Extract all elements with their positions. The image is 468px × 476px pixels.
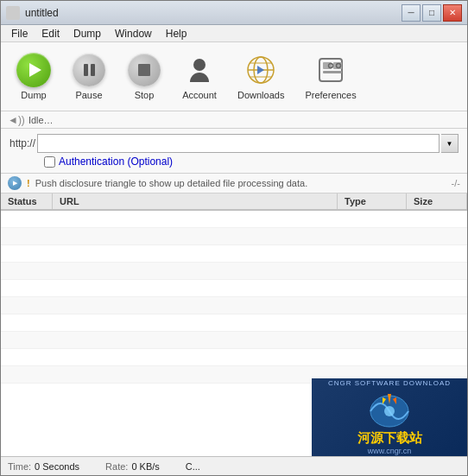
- url-area: http:// ▼ Authentication (Optional): [1, 129, 467, 174]
- info-row: ! Push disclosure triangle to show up de…: [1, 174, 467, 194]
- url-dropdown-button[interactable]: ▼: [441, 134, 459, 153]
- app-icon: [6, 6, 20, 20]
- preferences-svg: [314, 54, 347, 86]
- svg-point-16: [384, 406, 395, 416]
- watermark-line2: 河源下载站: [357, 430, 422, 447]
- window-title: untitled: [25, 7, 59, 19]
- table-row: [1, 245, 467, 263]
- person-head: [193, 59, 206, 71]
- speaker-icon: ◄)): [8, 114, 25, 126]
- dump-label: Dump: [21, 90, 46, 100]
- preferences-icon: [313, 53, 348, 87]
- info-right: -/-: [452, 178, 460, 188]
- account-label: Account: [182, 90, 217, 100]
- auth-checkbox[interactable]: [44, 156, 55, 168]
- stop-shape: [128, 54, 161, 86]
- bottom-status-bar: Time: 0 Seconds Rate: 0 KB/s C...: [1, 456, 467, 475]
- rate-label: Rate:: [105, 461, 128, 472]
- table-row: [1, 211, 467, 228]
- col-header-type: Type: [338, 194, 407, 209]
- title-bar: untitled ─ □ ✕: [1, 1, 467, 25]
- title-bar-left: untitled: [6, 6, 59, 20]
- menu-bar: File Edit Dump Window Help: [1, 25, 467, 42]
- menu-window[interactable]: Window: [108, 26, 159, 41]
- rate-segment: Rate: 0 KB/s: [105, 461, 160, 472]
- pause-button[interactable]: Pause: [65, 49, 113, 104]
- table-row: [1, 263, 467, 280]
- info-text: Push disclosure triangle to show up deta…: [35, 178, 446, 188]
- table-row: [1, 332, 467, 349]
- play-icon: [16, 53, 51, 87]
- downloads-icon: [243, 53, 278, 87]
- table-area: CNGR SOFTWARE DOWNLOAD 河源下载站 www.cngr.cn: [1, 211, 467, 456]
- table-row: [1, 314, 467, 332]
- col-header-status: Status: [1, 194, 53, 209]
- url-row: http:// ▼: [9, 134, 459, 153]
- preferences-label: Preferences: [305, 90, 356, 100]
- svg-rect-9: [323, 71, 342, 73]
- extra-value: C...: [186, 461, 200, 472]
- url-input[interactable]: [37, 134, 440, 153]
- downloads-svg: [243, 53, 278, 87]
- toolbar: Dump Pause Stop Account: [1, 42, 467, 111]
- warning-icon: !: [27, 178, 30, 188]
- watermark-line1: CNGR SOFTWARE DOWNLOAD: [328, 379, 451, 387]
- downloads-button[interactable]: Downloads: [231, 49, 291, 104]
- svg-rect-6: [319, 59, 342, 81]
- time-value: 0 Seconds: [35, 461, 79, 472]
- pause-shape: [73, 54, 105, 86]
- time-segment: Time: 0 Seconds: [8, 461, 79, 472]
- auth-row: Authentication (Optional): [9, 153, 459, 169]
- menu-edit[interactable]: Edit: [35, 26, 66, 41]
- pause-icon: [72, 53, 106, 87]
- account-icon: [182, 53, 217, 87]
- auth-label: Authentication (Optional): [59, 155, 173, 168]
- account-button[interactable]: Account: [175, 49, 224, 104]
- downloads-label: Downloads: [237, 90, 284, 100]
- minimize-button[interactable]: ─: [402, 4, 421, 22]
- watermark-line3: www.cngr.cn: [368, 447, 412, 455]
- window-controls: ─ □ ✕: [402, 4, 462, 22]
- idle-status: Idle…: [28, 115, 54, 125]
- url-prefix: http://: [9, 137, 35, 149]
- top-status-bar: ◄)) Idle…: [1, 111, 467, 129]
- menu-help[interactable]: Help: [159, 26, 194, 41]
- time-label: Time:: [8, 461, 31, 472]
- pause-label: Pause: [75, 90, 102, 100]
- table-row: [1, 228, 467, 245]
- stop-button[interactable]: Stop: [120, 49, 168, 104]
- person-body: [190, 73, 209, 82]
- extra-segment: C...: [186, 461, 200, 472]
- menu-dump[interactable]: Dump: [66, 26, 108, 41]
- rate-value: 0 KB/s: [131, 461, 159, 472]
- watermark-logo: [364, 387, 415, 430]
- table-row: [1, 349, 467, 366]
- table-row: [1, 297, 467, 314]
- dump-button[interactable]: Dump: [9, 49, 58, 104]
- svg-marker-5: [257, 66, 264, 74]
- app-window: untitled ─ □ ✕ File Edit Dump Window Hel…: [0, 0, 468, 476]
- stop-icon: [127, 53, 161, 87]
- menu-file[interactable]: File: [4, 26, 35, 41]
- col-header-size: Size: [407, 194, 467, 209]
- maximize-button[interactable]: □: [422, 4, 441, 22]
- stop-label: Stop: [135, 90, 155, 100]
- table-row: [1, 280, 467, 297]
- watermark: CNGR SOFTWARE DOWNLOAD 河源下载站 www.cngr.cn: [312, 378, 467, 456]
- expand-button[interactable]: [8, 176, 22, 190]
- close-button[interactable]: ✕: [443, 4, 462, 22]
- table-header: Status URL Type Size: [1, 194, 467, 211]
- dump-icon: [16, 53, 51, 87]
- person-icon: [183, 54, 216, 86]
- col-header-url: URL: [53, 194, 338, 209]
- preferences-button[interactable]: Preferences: [298, 49, 363, 104]
